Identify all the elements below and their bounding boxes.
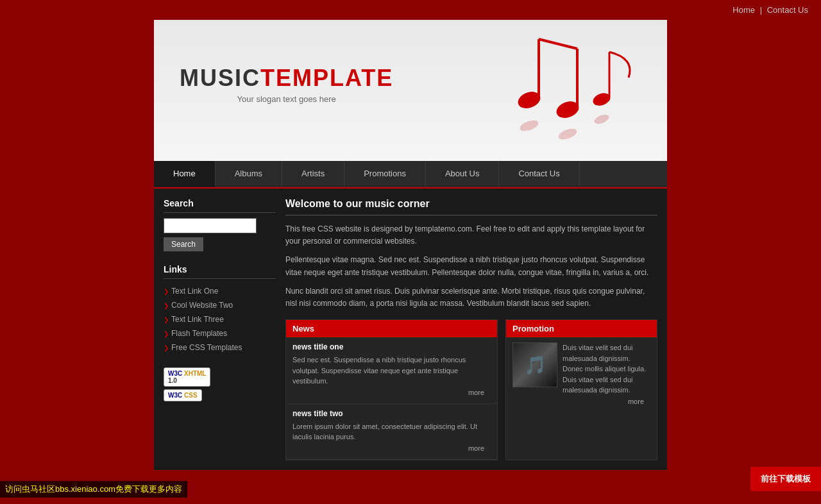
promo-more-link[interactable]: more	[512, 396, 650, 407]
xhtml-badge: W3C XHTML1.0	[164, 367, 210, 387]
link-text-link-one[interactable]: Text Link One	[171, 287, 218, 296]
top-nav-contact[interactable]: Contact Us	[767, 5, 808, 15]
main-navigation: Home Albums Artists Promotions About Us …	[154, 161, 667, 189]
links-list: Text Link One Cool Website Two Text Link…	[164, 284, 276, 355]
links-section: Links Text Link One Cool Website Two Tex…	[164, 264, 276, 355]
list-item: Free CSS Templates	[164, 340, 276, 355]
news-section: News news title one Sed nec est. Suspend…	[285, 319, 498, 460]
content-wrapper: Search Search Links Text Link One Cool W…	[154, 189, 667, 470]
svg-point-5	[519, 118, 540, 133]
link-free-css-templates[interactable]: Free CSS Templates	[171, 343, 242, 352]
nav-item-promotions[interactable]: Promotions	[344, 161, 426, 187]
intro-paragraph-1: This free CSS website is designed by tem…	[285, 223, 657, 248]
list-item: Text Link Three	[164, 312, 276, 326]
news-item-1: news title one Sed nec est. Suspendisse …	[286, 337, 497, 404]
nav-item-contact[interactable]: Contact Us	[499, 161, 579, 187]
search-section-title: Search	[164, 198, 276, 213]
list-item: Text Link One	[164, 284, 276, 298]
badges-area: W3C XHTML1.0 W3C CSS	[164, 367, 276, 404]
page-wrapper: Home Albums Artists Promotions About Us …	[154, 161, 667, 470]
intro-paragraph-2: Pellentesque vitae magna. Sed nec est. S…	[285, 254, 657, 278]
svg-line-1	[539, 39, 577, 49]
search-section: Search Search	[164, 198, 276, 251]
promo-content: 🎵 Duis vitae velit sed dui malesuada dig…	[506, 337, 657, 412]
promo-header: Promotion	[506, 320, 657, 337]
css-badge: W3C CSS	[164, 389, 202, 401]
music-notes-decoration	[449, 26, 654, 155]
promo-section: Promotion 🎵 Duis vitae velit sed dui mal…	[505, 319, 657, 460]
news-more-link-2[interactable]: more	[292, 442, 491, 454]
promo-image: 🎵	[512, 342, 557, 387]
news-item-title-1: news title one	[292, 342, 491, 351]
news-more-link-1[interactable]: more	[292, 387, 491, 398]
logo-music: MUSIC	[180, 65, 260, 91]
top-nav-home[interactable]: Home	[732, 5, 755, 15]
nav-item-albums[interactable]: Albums	[216, 161, 282, 187]
news-item-title-2: news title two	[292, 409, 491, 418]
welcome-title: Welcome to our music corner	[285, 198, 657, 215]
download-button[interactable]: 前往下载模板	[750, 467, 821, 470]
logo-template: TEMPLATE	[260, 65, 393, 91]
nav-item-artists[interactable]: Artists	[282, 161, 344, 187]
header: MUSICTEMPLATE Your slogan text goes here	[154, 20, 667, 161]
intro-paragraph-3: Nunc blandit orci sit amet risus. Duis p…	[285, 285, 657, 310]
news-item-text-2: Lorem ipsum dolor sit amet, consectetuer…	[292, 421, 491, 442]
links-section-title: Links	[164, 264, 276, 279]
nav-item-home[interactable]: Home	[154, 161, 216, 187]
link-text-link-three[interactable]: Text Link Three	[171, 315, 224, 324]
list-item: Cool Website Two	[164, 298, 276, 312]
link-cool-website-two[interactable]: Cool Website Two	[171, 301, 233, 310]
svg-point-6	[557, 126, 579, 141]
search-input[interactable]	[164, 218, 257, 233]
list-item: Flash Templates	[164, 326, 276, 340]
logo-slogan: Your slogan text goes here	[180, 94, 393, 104]
sidebar: Search Search Links Text Link One Cool W…	[164, 198, 276, 460]
lower-grid: News news title one Sed nec est. Suspend…	[285, 319, 657, 460]
search-button[interactable]: Search	[164, 237, 203, 251]
svg-point-9	[593, 113, 611, 125]
news-item-text-1: Sed nec est. Suspendisse a nibh tristiqu…	[292, 355, 491, 387]
news-header: News	[286, 320, 497, 337]
nav-item-about[interactable]: About Us	[426, 161, 499, 187]
news-item-2: news title two Lorem ipsum dolor sit ame…	[286, 404, 497, 460]
logo: MUSICTEMPLATE Your slogan text goes here	[180, 65, 393, 104]
top-nav-separator: |	[760, 5, 762, 15]
main-content: Welcome to our music corner This free CS…	[285, 198, 657, 460]
link-flash-templates[interactable]: Flash Templates	[171, 329, 227, 338]
top-navigation: Home | Contact Us	[0, 0, 821, 20]
